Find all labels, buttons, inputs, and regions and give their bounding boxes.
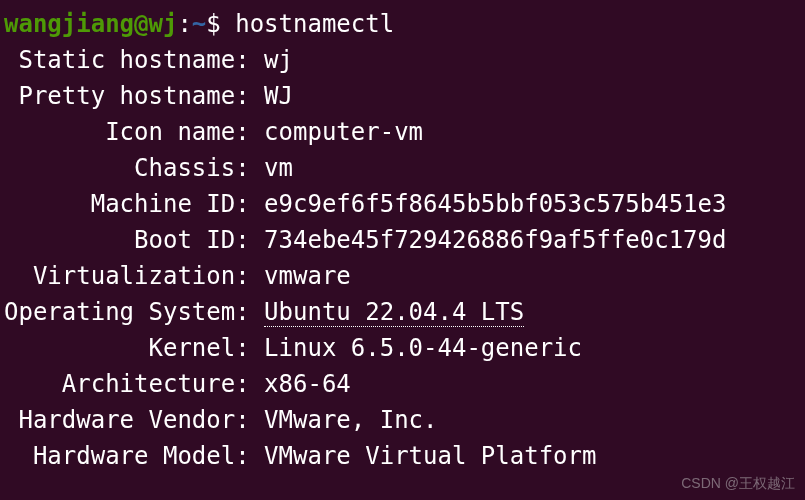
label-pretty-hostname: Pretty hostname: <box>4 82 250 110</box>
value-hardware-vendor: VMware, Inc. <box>264 406 437 434</box>
watermark-text: CSDN @王权越江 <box>681 473 795 494</box>
output-hardware-vendor: Hardware Vendor: VMware, Inc. <box>4 402 801 438</box>
value-chassis: vm <box>264 154 293 182</box>
output-boot-id: Boot ID: 734ebe45f729426886f9af5ffe0c179… <box>4 222 801 258</box>
label-boot-id: Boot ID: <box>4 226 250 254</box>
prompt-user-host: wangjiang@wj <box>4 10 177 38</box>
value-operating-system: Ubuntu 22.04.4 LTS <box>264 298 524 327</box>
value-pretty-hostname: WJ <box>264 82 293 110</box>
label-chassis: Chassis: <box>4 154 250 182</box>
value-icon-name: computer-vm <box>264 118 423 146</box>
output-static-hostname: Static hostname: wj <box>4 42 801 78</box>
output-hardware-model: Hardware Model: VMware Virtual Platform <box>4 438 801 474</box>
label-icon-name: Icon name: <box>4 118 250 146</box>
label-architecture: Architecture: <box>4 370 250 398</box>
output-kernel: Kernel: Linux 6.5.0-44-generic <box>4 330 801 366</box>
prompt-colon: : <box>177 10 191 38</box>
output-pretty-hostname: Pretty hostname: WJ <box>4 78 801 114</box>
output-virtualization: Virtualization: vmware <box>4 258 801 294</box>
label-hardware-vendor: Hardware Vendor: <box>4 406 250 434</box>
output-icon-name: Icon name: computer-vm <box>4 114 801 150</box>
value-architecture: x86-64 <box>264 370 351 398</box>
value-boot-id: 734ebe45f729426886f9af5ffe0c179d <box>264 226 726 254</box>
label-kernel: Kernel: <box>4 334 250 362</box>
value-machine-id: e9c9ef6f5f8645b5bbf053c575b451e3 <box>264 190 726 218</box>
label-virtualization: Virtualization: <box>4 262 250 290</box>
label-machine-id: Machine ID: <box>4 190 250 218</box>
output-machine-id: Machine ID: e9c9ef6f5f8645b5bbf053c575b4… <box>4 186 801 222</box>
value-hardware-model: VMware Virtual Platform <box>264 442 596 470</box>
output-chassis: Chassis: vm <box>4 150 801 186</box>
prompt-dollar: $ <box>206 10 235 38</box>
value-kernel: Linux 6.5.0-44-generic <box>264 334 582 362</box>
value-static-hostname: wj <box>264 46 293 74</box>
output-architecture: Architecture: x86-64 <box>4 366 801 402</box>
value-virtualization: vmware <box>264 262 351 290</box>
terminal-prompt-line[interactable]: wangjiang@wj:~$ hostnamectl <box>4 6 801 42</box>
output-operating-system: Operating System: Ubuntu 22.04.4 LTS <box>4 294 801 330</box>
label-hardware-model: Hardware Model: <box>4 442 250 470</box>
command-text: hostnamectl <box>235 10 394 38</box>
prompt-path: ~ <box>192 10 206 38</box>
label-static-hostname: Static hostname: <box>4 46 250 74</box>
label-operating-system: Operating System: <box>4 298 250 326</box>
